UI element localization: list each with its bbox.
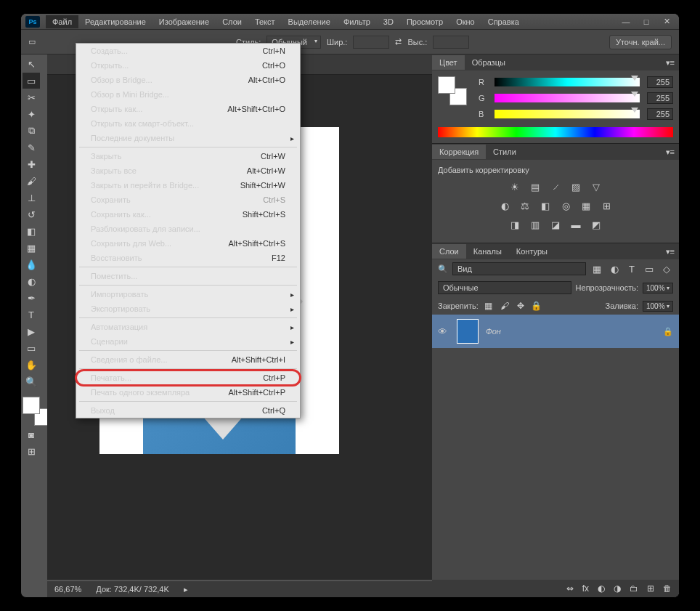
height-input[interactable] bbox=[433, 36, 469, 49]
hand-tool[interactable]: ✋ bbox=[23, 357, 40, 373]
minimize-button[interactable]: — bbox=[616, 15, 635, 28]
g-slider[interactable] bbox=[495, 94, 640, 102]
menu-item[interactable]: Обзор в Mini Bridge... bbox=[76, 87, 300, 102]
menu-item[interactable]: Импортировать bbox=[76, 287, 300, 302]
eraser-tool[interactable]: ◧ bbox=[23, 223, 40, 239]
b-slider[interactable] bbox=[495, 110, 640, 118]
menu-редактирование[interactable]: Редактирование bbox=[78, 15, 152, 28]
dodge-tool[interactable]: ◐ bbox=[23, 273, 40, 289]
r-slider[interactable] bbox=[495, 78, 640, 86]
spectrum-bar[interactable] bbox=[438, 127, 673, 137]
eyedropper-tool[interactable]: ✎ bbox=[23, 139, 40, 155]
crop-tool[interactable]: ⧉ bbox=[23, 123, 40, 139]
menu-item[interactable]: Закрыть всеAlt+Ctrl+W bbox=[76, 163, 300, 178]
panel-menu-icon[interactable]: ▾≡ bbox=[662, 147, 679, 157]
menu-item[interactable]: Открыть как смарт-объект... bbox=[76, 116, 300, 131]
menu-item[interactable]: Закрыть и перейти в Bridge...Shift+Ctrl+… bbox=[76, 178, 300, 193]
panel-menu-icon[interactable]: ▾≡ bbox=[662, 247, 679, 256]
posterize-icon[interactable]: ▥ bbox=[529, 218, 542, 231]
mask-icon[interactable]: ◐ bbox=[598, 583, 605, 594]
filter-shape-icon[interactable]: ▭ bbox=[643, 262, 656, 275]
curves-icon[interactable]: ⟋ bbox=[549, 180, 562, 193]
menu-item[interactable]: Последние документы bbox=[76, 131, 300, 145]
menu-item[interactable]: Поместить... bbox=[76, 269, 300, 283]
menu-item[interactable]: Сохранить для Web...Alt+Shift+Ctrl+S bbox=[76, 236, 300, 251]
menu-item[interactable]: ВосстановитьF12 bbox=[76, 251, 300, 265]
menu-item[interactable]: Обзор в Bridge...Alt+Ctrl+O bbox=[76, 73, 300, 87]
link-icon[interactable]: ⇔ bbox=[566, 583, 574, 594]
gradient-map-icon[interactable]: ▬ bbox=[569, 218, 582, 231]
menu-item[interactable]: Автоматизация bbox=[76, 320, 300, 334]
vibrance-icon[interactable]: ▽ bbox=[590, 180, 603, 193]
menu-item[interactable]: Печатать...Ctrl+P bbox=[76, 371, 300, 385]
visibility-icon[interactable]: 👁 bbox=[438, 326, 449, 337]
new-layer-icon[interactable]: ⊞ bbox=[647, 583, 654, 594]
g-value[interactable]: 255 bbox=[647, 92, 673, 104]
menu-item[interactable]: Сценарии bbox=[76, 334, 300, 349]
tab-channels[interactable]: Каналы bbox=[466, 244, 509, 259]
status-arrow-icon[interactable]: ▸ bbox=[184, 585, 188, 594]
tab-layers[interactable]: Слои bbox=[432, 244, 466, 259]
lock-pixels-icon[interactable]: 🖌 bbox=[499, 300, 510, 312]
menu-item[interactable]: Открыть...Ctrl+O bbox=[76, 58, 300, 73]
menu-фильтр[interactable]: Фильтр bbox=[337, 15, 377, 28]
menu-текст[interactable]: Текст bbox=[248, 15, 282, 28]
adjustment-icon[interactable]: ◑ bbox=[614, 583, 621, 594]
menu-изображение[interactable]: Изображение bbox=[152, 15, 216, 28]
menu-слои[interactable]: Слои bbox=[216, 15, 248, 28]
stamp-tool[interactable]: ⊥ bbox=[23, 190, 40, 206]
tab-paths[interactable]: Контуры bbox=[509, 244, 555, 259]
screenmode-tool[interactable]: ⊞ bbox=[23, 443, 40, 459]
refine-edge-button[interactable]: Уточн. край... bbox=[609, 35, 672, 49]
history-brush-tool[interactable]: ↺ bbox=[23, 206, 40, 222]
shape-tool[interactable]: ▭ bbox=[23, 340, 40, 356]
fx-icon[interactable]: fx bbox=[582, 583, 589, 594]
tab-swatches[interactable]: Образцы bbox=[465, 55, 513, 70]
exposure-icon[interactable]: ▨ bbox=[569, 180, 582, 193]
lookup-icon[interactable]: ⊞ bbox=[600, 199, 613, 212]
tab-adjustments[interactable]: Коррекция bbox=[432, 145, 486, 159]
marquee-tool[interactable]: ▭ bbox=[23, 73, 40, 89]
type-tool[interactable]: T bbox=[23, 307, 40, 323]
close-button[interactable]: ✕ bbox=[657, 15, 676, 28]
maximize-button[interactable]: □ bbox=[637, 15, 656, 28]
bw-icon[interactable]: ◧ bbox=[539, 199, 552, 212]
zoom-tool[interactable]: 🔍 bbox=[23, 373, 40, 389]
threshold-icon[interactable]: ◪ bbox=[549, 218, 562, 231]
hue-icon[interactable]: ◐ bbox=[498, 199, 511, 212]
width-input[interactable] bbox=[353, 36, 389, 49]
menu-item[interactable]: Экспортировать bbox=[76, 302, 300, 316]
menu-item[interactable]: ЗакрытьCtrl+W bbox=[76, 149, 300, 163]
photo-filter-icon[interactable]: ◎ bbox=[559, 199, 572, 212]
lock-position-icon[interactable]: ✥ bbox=[515, 300, 526, 312]
group-icon[interactable]: 🗀 bbox=[630, 583, 638, 594]
mixer-icon[interactable]: ▦ bbox=[579, 199, 593, 212]
blur-tool[interactable]: 💧 bbox=[23, 256, 40, 272]
menu-item[interactable]: Печать одного экземпляраAlt+Shift+Ctrl+P bbox=[76, 385, 300, 400]
delete-icon[interactable]: 🗑 bbox=[663, 583, 672, 594]
lock-transparent-icon[interactable]: ▦ bbox=[483, 300, 495, 312]
balance-icon[interactable]: ⚖ bbox=[518, 199, 532, 212]
filter-type-icon[interactable]: T bbox=[625, 262, 638, 275]
swap-icon[interactable]: ⇄ bbox=[395, 37, 402, 46]
pen-tool[interactable]: ✒ bbox=[23, 290, 40, 306]
panel-color-swatches[interactable] bbox=[438, 76, 467, 105]
quickmask-tool[interactable]: ◙ bbox=[23, 426, 40, 442]
blend-select[interactable]: Обычные bbox=[438, 281, 571, 294]
menu-окно[interactable]: Окно bbox=[449, 15, 481, 28]
filter-adj-icon[interactable]: ◐ bbox=[608, 262, 621, 275]
fill-value[interactable]: 100% bbox=[643, 301, 673, 312]
levels-icon[interactable]: ▤ bbox=[529, 180, 542, 193]
move-tool[interactable]: ↖ bbox=[23, 56, 40, 72]
menu-просмотр[interactable]: Просмотр bbox=[400, 15, 449, 28]
path-select-tool[interactable]: ▶ bbox=[23, 323, 40, 339]
menu-item[interactable]: Создать...Ctrl+N bbox=[76, 44, 300, 58]
opacity-value[interactable]: 100% bbox=[643, 283, 673, 294]
menu-3d[interactable]: 3D bbox=[377, 15, 400, 28]
selective-icon[interactable]: ◩ bbox=[590, 218, 603, 231]
layer-name[interactable]: Фон bbox=[486, 327, 656, 336]
healing-tool[interactable]: ✚ bbox=[23, 156, 40, 172]
brightness-icon[interactable]: ☀ bbox=[508, 180, 521, 193]
filter-pixel-icon[interactable]: ▦ bbox=[590, 262, 603, 275]
gradient-tool[interactable]: ▦ bbox=[23, 240, 40, 256]
